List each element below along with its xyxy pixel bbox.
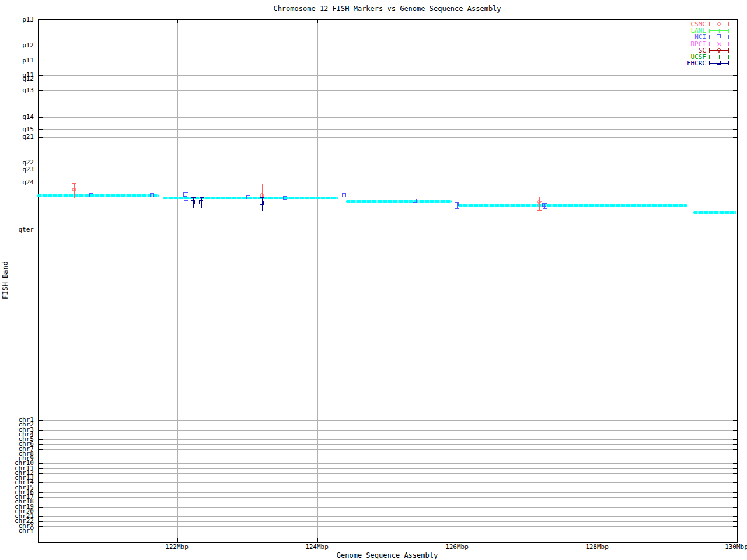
y-tick bbox=[39, 488, 43, 488]
marker-nci bbox=[283, 196, 287, 200]
y-tick-mirror bbox=[733, 454, 737, 454]
y-tick bbox=[39, 439, 43, 440]
legend-cap bbox=[728, 42, 729, 46]
y-tick-label: q13 bbox=[0, 87, 34, 93]
legend-cap bbox=[728, 22, 729, 26]
y-tick bbox=[39, 497, 43, 498]
x-tick-label: 130Mbp bbox=[719, 544, 747, 550]
gridline-h bbox=[39, 478, 737, 478]
y-tick-mirror bbox=[733, 444, 737, 444]
y-tick bbox=[39, 117, 43, 118]
gridline-h bbox=[39, 482, 737, 483]
legend-cap bbox=[709, 61, 710, 65]
gridline-v bbox=[598, 20, 598, 542]
y-tick bbox=[39, 482, 43, 483]
x-tick bbox=[458, 538, 458, 542]
legend-row-nci: NCI bbox=[670, 34, 729, 40]
y-tick-mirror bbox=[733, 531, 737, 531]
y-tick-label: chrY bbox=[0, 527, 34, 534]
y-tick bbox=[39, 90, 43, 91]
marker-nci bbox=[246, 195, 250, 200]
y-tick bbox=[39, 163, 43, 163]
marker-nci bbox=[413, 199, 417, 203]
marker-nci bbox=[455, 202, 459, 206]
error-cap bbox=[260, 211, 264, 211]
assembly-segment bbox=[458, 204, 687, 207]
y-tick-mirror bbox=[733, 170, 737, 170]
gridline-h bbox=[39, 61, 737, 61]
y-tick bbox=[39, 512, 43, 512]
y-tick-label: p11 bbox=[0, 57, 34, 64]
gridline-v bbox=[317, 20, 318, 542]
y-tick-mirror bbox=[733, 183, 737, 183]
legend-sample bbox=[709, 48, 729, 53]
marker-csmc bbox=[537, 200, 542, 204]
y-tick-label: p13 bbox=[0, 16, 34, 23]
gridline-h bbox=[39, 435, 737, 435]
y-tick bbox=[39, 61, 43, 61]
marker-fhcrc bbox=[260, 201, 264, 205]
marker-nci bbox=[183, 192, 187, 197]
error-cap bbox=[72, 183, 76, 184]
y-tick bbox=[39, 20, 43, 20]
y-tick-mirror bbox=[733, 502, 737, 502]
marker-nci bbox=[342, 193, 346, 197]
x-tick-mirror bbox=[458, 20, 458, 23]
y-tick-label: p12 bbox=[0, 42, 34, 48]
x-tick bbox=[317, 538, 318, 542]
legend-cap bbox=[709, 22, 710, 26]
legend-cap bbox=[728, 35, 729, 39]
gridline-h bbox=[39, 46, 737, 46]
gridline-h bbox=[39, 230, 737, 230]
error-cap bbox=[200, 197, 204, 198]
y-tick bbox=[39, 502, 43, 502]
gridline-h bbox=[39, 425, 737, 425]
y-tick bbox=[39, 444, 43, 444]
gridline-h bbox=[39, 516, 737, 517]
legend-label: NCI bbox=[670, 34, 706, 40]
y-tick-mirror bbox=[733, 468, 737, 469]
marker-csmc bbox=[72, 187, 76, 192]
legend-cap bbox=[709, 55, 710, 59]
marker-nci bbox=[542, 203, 546, 207]
y-tick-mirror bbox=[733, 463, 737, 464]
gridline-h bbox=[39, 170, 737, 170]
legend-cap bbox=[709, 29, 710, 33]
marker-fhcrc bbox=[199, 200, 203, 204]
y-tick-mirror bbox=[733, 130, 737, 130]
y-tick-mirror bbox=[733, 420, 737, 421]
error-cap bbox=[260, 184, 264, 184]
error-cap bbox=[191, 197, 196, 198]
y-tick-mirror bbox=[733, 516, 737, 517]
gridline-h bbox=[39, 473, 737, 474]
y-tick-mirror bbox=[733, 439, 737, 440]
error-cap bbox=[184, 200, 188, 201]
y-tick bbox=[39, 478, 43, 478]
legend-sample bbox=[709, 54, 729, 60]
y-tick-mirror bbox=[733, 459, 737, 459]
y-tick-mirror bbox=[733, 478, 737, 478]
error-cap bbox=[260, 197, 264, 198]
gridline-h bbox=[39, 459, 737, 459]
gridline-h bbox=[39, 75, 737, 76]
gridline-h bbox=[39, 90, 737, 91]
gridline-h bbox=[39, 507, 737, 508]
y-tick-mirror bbox=[733, 507, 737, 508]
legend-row-fhcrc: FHCRC bbox=[670, 60, 729, 66]
x-tick-mirror bbox=[598, 20, 598, 23]
error-cap bbox=[200, 208, 204, 208]
y-tick bbox=[39, 454, 43, 454]
x-tick-label: 124Mbp bbox=[299, 544, 334, 550]
y-tick bbox=[39, 420, 43, 421]
y-axis-title: FISH Band bbox=[1, 245, 11, 315]
x-tick-label: 128Mbp bbox=[580, 544, 615, 550]
y-tick-mirror bbox=[733, 79, 737, 79]
gridline-h bbox=[39, 444, 737, 444]
y-tick-mirror bbox=[733, 230, 737, 230]
y-tick-mirror bbox=[733, 117, 737, 118]
legend-marker-sc bbox=[717, 48, 721, 52]
marker-nci bbox=[89, 193, 93, 197]
x-tick-label: 122Mbp bbox=[159, 544, 194, 550]
y-tick bbox=[39, 170, 43, 170]
y-tick-label: q22 bbox=[0, 159, 34, 166]
